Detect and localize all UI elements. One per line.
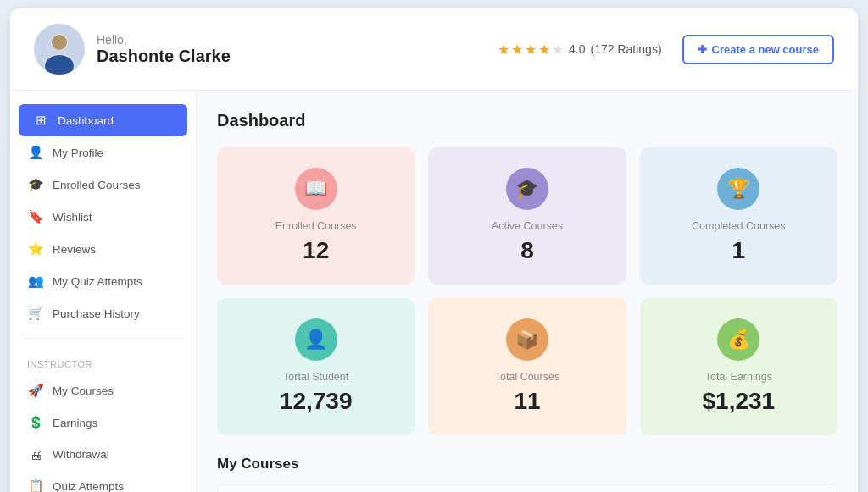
star-0: ★ (498, 41, 509, 58)
stats-grid: 📖 Enrolled Courses 12 🎓 Active Courses 8… (217, 147, 837, 435)
stat-card-total-earnings: 💰 Total Earnings $1,231 (640, 298, 837, 435)
sidebar-label-enrolled-courses: Enrolled Courses (53, 179, 141, 191)
sidebar-label-my-quiz-attempts: My Quiz Attempts (53, 275, 142, 288)
stat-label-total-student: Tortal Student (283, 371, 348, 383)
app-container: Hello, Dashonte Clarke ★★★★★ 4.0 (172 Ra… (10, 8, 858, 492)
sidebar-item-enrolled-courses[interactable]: 🎓 Enrolled Courses (10, 169, 196, 201)
wishlist-icon: 🔖 (27, 209, 44, 224)
stat-card-total-courses: 📦 Total Courses 11 (428, 298, 626, 435)
sidebar-item-purchase-history[interactable]: 🛒 Purchase History (10, 297, 196, 329)
user-name: Dashonte Clarke (97, 47, 498, 66)
star-2: ★ (525, 41, 537, 58)
header-rating: ★★★★★ 4.0 (172 Ratings) (498, 41, 662, 58)
enrolled-courses-icon: 🎓 (27, 177, 44, 192)
sidebar-item-my-profile[interactable]: 👤 My Profile (10, 136, 196, 169)
my-profile-icon: 👤 (27, 145, 44, 160)
sidebar-label-quiz-attempts: Quiz Attempts (53, 480, 124, 493)
sidebar-label-wishlist: Wishlist (53, 211, 92, 224)
sidebar-label-withdrawal: Withdrawal (53, 448, 109, 461)
purchase-history-icon: 🛒 (27, 306, 44, 321)
stat-icon-completed-courses: 🏆 (717, 168, 760, 210)
sidebar-item-my-quiz-attempts[interactable]: 👥 My Quiz Attempts (10, 265, 196, 297)
withdrawal-icon: 🖨 (27, 447, 44, 462)
sidebar: ⊞ Dashboard 👤 My Profile 🎓 Enrolled Cour… (10, 91, 197, 492)
create-course-button[interactable]: ✚ Create a new course (682, 35, 834, 64)
stat-icon-active-courses: 🎓 (506, 168, 548, 210)
stat-card-completed-courses: 🏆 Completed Courses 1 (640, 147, 837, 285)
sidebar-item-earnings[interactable]: 💲 Earnings (10, 406, 196, 439)
stat-label-total-earnings: Total Earnings (705, 371, 772, 383)
sidebar-item-my-courses[interactable]: 🚀 My Courses (10, 374, 196, 406)
sidebar-item-dashboard[interactable]: ⊞ Dashboard (19, 104, 187, 136)
sidebar-label-my-profile: My Profile (53, 146, 103, 159)
header: Hello, Dashonte Clarke ★★★★★ 4.0 (172 Ra… (10, 8, 858, 91)
sidebar-label-earnings: Earnings (53, 417, 97, 429)
create-btn-label: Create a new course (712, 43, 819, 56)
stat-icon-enrolled-courses: 📖 (295, 168, 337, 210)
courses-table: Course Name⇅Total Enrolled⇅Rating⇅ Graph… (217, 484, 837, 492)
stat-value-total-earnings: $1,231 (703, 388, 776, 415)
sidebar-item-withdrawal[interactable]: 🖨 Withdrawal (10, 439, 196, 470)
sidebar-label-dashboard: Dashboard (58, 114, 114, 127)
star-4: ★ (552, 41, 564, 58)
sidebar-item-wishlist[interactable]: 🔖 Wishlist (10, 201, 196, 233)
greeting-text: Hello, (97, 33, 498, 47)
stat-label-active-courses: Active Courses (492, 220, 563, 232)
stat-icon-total-courses: 📦 (506, 318, 548, 361)
stat-label-enrolled-courses: Enrolled Courses (275, 220, 357, 232)
main-content: Dashboard 📖 Enrolled Courses 12 🎓 Active… (197, 91, 858, 492)
rating-count: (172 Ratings) (591, 42, 662, 56)
stat-value-total-student: 12,739 (280, 388, 353, 415)
stat-value-completed-courses: 1 (732, 237, 746, 264)
sidebar-divider (24, 338, 182, 339)
rating-value: 4.0 (569, 42, 585, 56)
reviews-icon: ⭐ (27, 241, 44, 257)
avatar (34, 24, 85, 75)
stat-icon-total-earnings: 💰 (717, 318, 760, 361)
stat-card-total-student: 👤 Tortal Student 12,739 (217, 298, 415, 435)
sidebar-label-my-courses: My Courses (53, 384, 114, 397)
rating-stars: ★★★★★ (498, 41, 564, 58)
my-courses-icon: 🚀 (27, 383, 44, 398)
star-3: ★ (538, 41, 550, 58)
page-title: Dashboard (217, 111, 837, 130)
my-quiz-attempts-icon: 👥 (27, 274, 44, 289)
sidebar-item-quiz-attempts[interactable]: 📋 Quiz Attempts (10, 470, 196, 492)
header-greeting: Hello, Dashonte Clarke (97, 33, 498, 66)
stat-label-total-courses: Total Courses (495, 371, 559, 383)
svg-point-3 (52, 35, 67, 50)
stat-value-enrolled-courses: 12 (303, 237, 329, 264)
sidebar-label-reviews: Reviews (53, 243, 96, 256)
stat-value-active-courses: 8 (520, 237, 534, 264)
stat-card-active-courses: 🎓 Active Courses 8 (428, 147, 626, 285)
table-header: Course Name⇅Total Enrolled⇅Rating⇅ (218, 485, 837, 492)
earnings-icon: 💲 (27, 415, 44, 430)
instructor-section-label: Instructor (10, 347, 196, 374)
sidebar-item-reviews[interactable]: ⭐ Reviews (10, 233, 196, 265)
stat-label-completed-courses: Completed Courses (692, 220, 785, 232)
stat-card-enrolled-courses: 📖 Enrolled Courses 12 (217, 147, 415, 285)
plus-icon: ✚ (698, 43, 707, 56)
stat-value-total-courses: 11 (514, 388, 540, 415)
dashboard-icon: ⊞ (32, 113, 49, 128)
star-1: ★ (511, 41, 523, 58)
my-courses-title: My Courses (217, 456, 837, 473)
stat-icon-total-student: 👤 (295, 318, 337, 361)
sidebar-label-purchase-history: Purchase History (53, 307, 140, 320)
quiz-attempts-icon: 📋 (27, 478, 44, 492)
body-layout: ⊞ Dashboard 👤 My Profile 🎓 Enrolled Cour… (10, 91, 858, 492)
